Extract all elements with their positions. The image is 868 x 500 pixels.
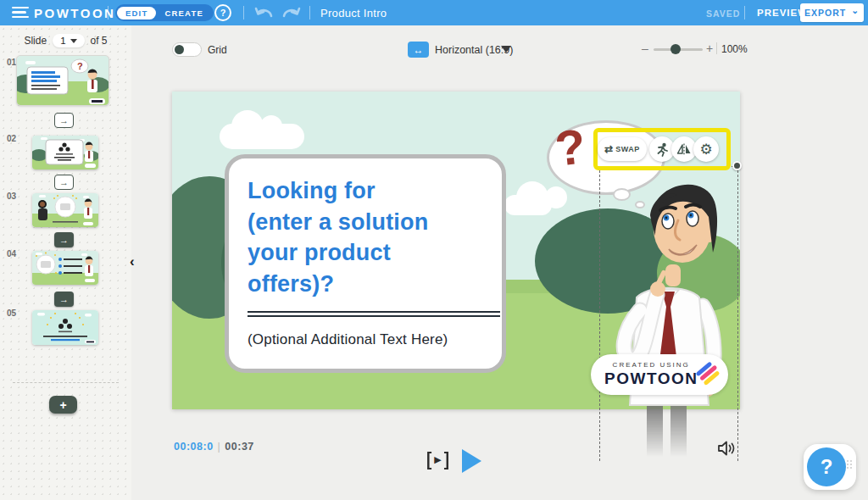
transition-button[interactable]: → (54, 292, 74, 307)
menu-icon[interactable] (12, 7, 29, 19)
slide-2-thumbnail[interactable] (32, 136, 98, 169)
top-header: POWTOON EDIT CREATE ? Product Intro SAVE… (0, 0, 868, 25)
grid-label: Grid (208, 44, 227, 56)
ratio-icon[interactable]: ↔ (408, 42, 429, 58)
character-man-thinking[interactable] (596, 158, 742, 466)
chevron-down-icon (70, 39, 77, 43)
arrow-right-icon: → (59, 294, 69, 304)
zoom-out-button[interactable]: – (642, 42, 648, 55)
selection-resize-handle[interactable] (732, 161, 742, 170)
play-slide-button[interactable]: [ ▶ ] (426, 450, 449, 469)
grid-toggle[interactable] (172, 42, 202, 57)
undo-icon[interactable] (253, 5, 274, 19)
slide-1-number: 01 (7, 58, 16, 67)
slide-3-thumbnail[interactable] (32, 193, 98, 227)
chevron-down-icon[interactable] (501, 46, 511, 53)
divider (744, 6, 745, 19)
zoom-in-button[interactable]: + (706, 42, 713, 55)
text-card[interactable]: Looking for (enter a solution your produ… (225, 154, 506, 373)
divider (13, 382, 119, 383)
divider (108, 6, 108, 19)
slide-nav-label: Slide (24, 35, 47, 47)
slide-2-number: 02 (7, 134, 16, 143)
play-icon: ▶ (434, 454, 441, 465)
slides-sidebar: Slide 1 of 5 01 ? (0, 25, 131, 500)
watermark-created-using: CREATED USING (604, 361, 698, 369)
help-button[interactable]: ? (807, 447, 846, 486)
play-button[interactable] (462, 449, 481, 473)
help-icon[interactable]: ? (214, 4, 231, 21)
flip-horizontal-icon (676, 143, 692, 155)
arrow-right-icon: → (59, 115, 69, 125)
card-divider (248, 311, 500, 317)
powtoon-logo-icon (693, 359, 724, 390)
export-button[interactable]: EXPORT ⌄ (800, 3, 864, 22)
slide-1-thumbnail[interactable]: ? (17, 56, 108, 105)
swap-button[interactable]: ⇄ SWAP (598, 137, 647, 161)
help-widget: ? (804, 444, 856, 490)
total-time: 00:37 (225, 441, 253, 453)
subtext[interactable]: (Optional Additional Text Here) (248, 331, 483, 348)
question-mark-graphic[interactable]: ? (553, 117, 588, 176)
timeline-time: 00:08:0|00:37 (174, 441, 254, 453)
arrow-right-icon: → (59, 177, 69, 187)
arrow-right-icon: → (59, 235, 69, 245)
powtoon-logo: POWTOON (34, 6, 115, 20)
slide-number-dropdown[interactable]: 1 (53, 34, 84, 47)
slide-5-thumbnail[interactable] (32, 310, 98, 345)
divider (309, 6, 310, 19)
transition-button[interactable]: → (54, 113, 74, 128)
zoom-slider[interactable] (654, 48, 703, 51)
drag-handle-icon[interactable] (847, 460, 853, 469)
edit-tab[interactable]: EDIT (117, 7, 156, 19)
zoom-level: 100% (721, 43, 748, 55)
cloud (504, 195, 552, 215)
swap-icon: ⇄ (604, 143, 613, 155)
headline-text[interactable]: Looking for (enter a solution your produ… (248, 175, 483, 300)
edit-create-toggle: EDIT CREATE (115, 4, 214, 21)
running-man-icon (655, 142, 670, 157)
slide-3-number: 03 (7, 192, 16, 201)
powtoon-watermark: CREATED USING POWTOON (591, 354, 728, 395)
divider (243, 6, 244, 19)
zoom-slider-knob[interactable] (670, 44, 681, 54)
add-slide-button[interactable]: + (49, 396, 77, 414)
gear-icon: ⚙ (699, 142, 712, 157)
create-tab[interactable]: CREATE (156, 7, 212, 19)
transition-button[interactable]: → (54, 232, 74, 247)
settings-button[interactable]: ⚙ (693, 136, 719, 162)
chevron-down-icon: ⌄ (851, 5, 860, 15)
saved-status: SAVED (706, 8, 740, 19)
redo-icon[interactable] (281, 5, 302, 19)
document-title[interactable]: Product Intro (320, 7, 387, 19)
slide-4-thumbnail[interactable] (32, 251, 98, 285)
divider (716, 42, 717, 54)
current-time: 00:08:0 (174, 441, 214, 453)
sidebar-collapse-icon[interactable]: ‹ (130, 253, 135, 270)
slide-4-number: 04 (7, 249, 16, 258)
slide-count-label: of 5 (91, 35, 108, 47)
transition-button[interactable]: → (54, 175, 74, 190)
svg-text:?: ? (77, 61, 83, 71)
watermark-powtoon: POWTOON (604, 369, 698, 388)
slide-5-number: 05 (7, 308, 16, 318)
cloud (220, 124, 304, 149)
